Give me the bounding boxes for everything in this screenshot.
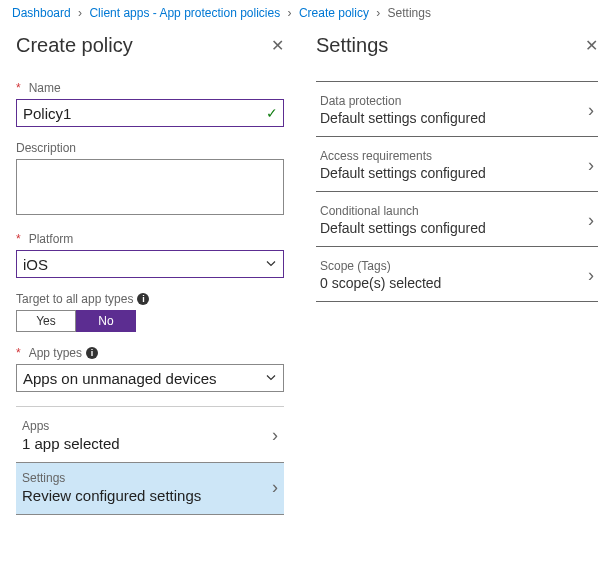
chevron-right-icon: › xyxy=(588,100,594,121)
chevron-right-icon: › xyxy=(376,6,380,20)
chevron-right-icon: › xyxy=(588,265,594,286)
settings-item-value: Default settings configured xyxy=(320,220,486,236)
target-toggle: Yes No xyxy=(16,310,284,332)
apps-nav-value: 1 app selected xyxy=(22,435,120,452)
breadcrumb: Dashboard › Client apps - App protection… xyxy=(0,0,614,26)
settings-item-value: 0 scope(s) selected xyxy=(320,275,441,291)
divider xyxy=(16,406,284,407)
chevron-right-icon: › xyxy=(272,477,278,498)
apptypes-select[interactable]: Apps on unmanaged devices xyxy=(16,364,284,392)
settings-nav-item[interactable]: Settings Review configured settings › xyxy=(16,463,284,515)
name-label: *Name xyxy=(16,81,284,95)
access-requirements-item[interactable]: Access requirements Default settings con… xyxy=(316,137,598,192)
platform-label: *Platform xyxy=(16,232,284,246)
create-policy-panel: Create policy ✕ *Name ✓ Description *Pla… xyxy=(0,26,300,527)
target-yes-button[interactable]: Yes xyxy=(16,310,76,332)
target-label: Target to all app types i xyxy=(16,292,284,306)
target-no-button[interactable]: No xyxy=(76,310,136,332)
settings-item-label: Scope (Tags) xyxy=(320,259,441,273)
settings-item-label: Access requirements xyxy=(320,149,486,163)
chevron-right-icon: › xyxy=(588,210,594,231)
description-label: Description xyxy=(16,141,284,155)
settings-nav-label: Settings xyxy=(22,471,201,485)
apptypes-label: *App types i xyxy=(16,346,284,360)
conditional-launch-item[interactable]: Conditional launch Default settings conf… xyxy=(316,192,598,247)
chevron-right-icon: › xyxy=(272,425,278,446)
chevron-right-icon: › xyxy=(78,6,82,20)
scope-tags-item[interactable]: Scope (Tags) 0 scope(s) selected › xyxy=(316,247,598,302)
apps-nav-label: Apps xyxy=(22,419,120,433)
panel-title: Settings xyxy=(316,34,388,57)
breadcrumb-link[interactable]: Dashboard xyxy=(12,6,71,20)
info-icon[interactable]: i xyxy=(86,347,98,359)
close-icon[interactable]: ✕ xyxy=(271,36,284,55)
info-icon[interactable]: i xyxy=(137,293,149,305)
description-input[interactable] xyxy=(16,159,284,215)
settings-item-value: Default settings configured xyxy=(320,110,486,126)
data-protection-item[interactable]: Data protection Default settings configu… xyxy=(316,82,598,137)
panel-title: Create policy xyxy=(16,34,133,57)
chevron-right-icon: › xyxy=(288,6,292,20)
settings-item-label: Conditional launch xyxy=(320,204,486,218)
settings-item-label: Data protection xyxy=(320,94,486,108)
name-input[interactable] xyxy=(16,99,284,127)
close-icon[interactable]: ✕ xyxy=(585,36,598,55)
settings-panel: Settings ✕ Data protection Default setti… xyxy=(300,26,614,527)
settings-item-value: Default settings configured xyxy=(320,165,486,181)
check-icon: ✓ xyxy=(266,105,278,121)
breadcrumb-current: Settings xyxy=(388,6,431,20)
chevron-right-icon: › xyxy=(588,155,594,176)
settings-nav-value: Review configured settings xyxy=(22,487,201,504)
breadcrumb-link[interactable]: Create policy xyxy=(299,6,369,20)
apps-nav-item[interactable]: Apps 1 app selected › xyxy=(16,411,284,463)
platform-select[interactable]: iOS xyxy=(16,250,284,278)
breadcrumb-link[interactable]: Client apps - App protection policies xyxy=(89,6,280,20)
